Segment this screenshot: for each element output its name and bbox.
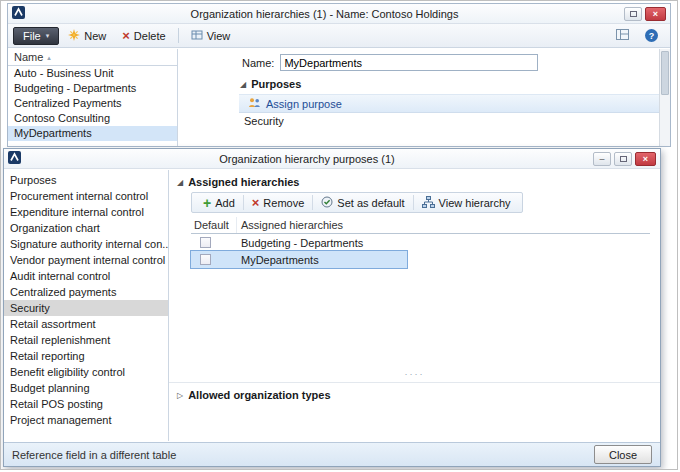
- view-hierarchy-label: View hierarchy: [439, 197, 511, 209]
- back-window-body: Name ▴ Auto - Business Unit Budgeting - …: [8, 49, 670, 146]
- collapsed-icon: ▷: [177, 391, 183, 400]
- new-label: New: [84, 30, 106, 42]
- sidebar-item-selected[interactable]: Security: [4, 300, 168, 316]
- set-as-default-button[interactable]: Set as default: [313, 193, 412, 212]
- table-row-selected[interactable]: MyDepartments: [191, 251, 407, 268]
- sidebar-item[interactable]: Benefit eligibility control: [4, 364, 168, 380]
- sidebar-item[interactable]: Purposes: [4, 172, 168, 188]
- delete-label: Delete: [134, 30, 166, 42]
- hierarchy-list-panel: Name ▴ Auto - Business Unit Budgeting - …: [8, 49, 178, 146]
- view-hierarchy-button[interactable]: View hierarchy: [414, 193, 519, 212]
- delete-button[interactable]: × Delete: [115, 27, 172, 45]
- name-column-label: Name: [14, 49, 43, 66]
- scrollbar-thumb[interactable]: [661, 51, 669, 95]
- sidebar-item[interactable]: Retail reporting: [4, 348, 168, 364]
- hierarchy-detail-panel: Name: ◢ Purposes Assign purpose Security: [178, 49, 670, 146]
- grid-toolbar: + Add × Remove Set: [191, 192, 523, 213]
- screenshot-canvas: Organization hierarchies (1) - Name: Con…: [0, 0, 678, 470]
- default-column-header[interactable]: Default: [191, 217, 237, 233]
- list-item[interactable]: Budgeting - Departments: [8, 81, 177, 96]
- list-item[interactable]: Auto - Business Unit: [8, 66, 177, 81]
- default-checkbox[interactable]: [200, 237, 211, 248]
- purposes-section-header[interactable]: ◢ Purposes: [240, 78, 670, 90]
- close-icon: ×: [643, 154, 648, 164]
- grid-column-headers: Default Assigned hierarchies: [191, 217, 650, 234]
- list-item[interactable]: Contoso Consulting: [8, 111, 177, 126]
- list-item-selected[interactable]: MyDepartments: [8, 126, 177, 141]
- set-default-icon: [321, 196, 333, 210]
- file-label: File: [23, 30, 41, 42]
- sidebar-item[interactable]: Centralized payments: [4, 284, 168, 300]
- layout-grid-icon: [616, 29, 629, 42]
- hierarchy-name-cell[interactable]: MyDepartments: [237, 254, 407, 266]
- chevron-down-icon: ▾: [46, 32, 50, 40]
- default-checkbox[interactable]: [200, 254, 211, 265]
- minimize-button[interactable]: –: [593, 152, 611, 166]
- close-icon: ×: [653, 9, 658, 19]
- sidebar-item[interactable]: Retail replenishment: [4, 332, 168, 348]
- sidebar-item[interactable]: Retail assortment: [4, 316, 168, 332]
- list-column-header[interactable]: Name ▴: [8, 49, 177, 66]
- expanded-icon: ◢: [240, 80, 246, 89]
- new-button[interactable]: New: [61, 27, 113, 45]
- sort-ascending-icon: ▴: [47, 49, 51, 66]
- front-window-body: Purposes Procurement internal control Ex…: [4, 170, 660, 441]
- allowed-organization-types-section-header[interactable]: ▷ Allowed organization types: [169, 382, 660, 401]
- set-default-label: Set as default: [337, 197, 404, 209]
- name-input[interactable]: [280, 54, 538, 71]
- delete-icon: ×: [122, 29, 130, 42]
- add-label: Add: [215, 197, 235, 209]
- toolbar-separator: [178, 28, 179, 43]
- minimize-icon: –: [599, 154, 604, 164]
- assigned-hierarchies-section-header[interactable]: ◢ Assigned hierarchies: [169, 170, 660, 192]
- sidebar-item[interactable]: Project management: [4, 412, 168, 428]
- status-text: Reference field in a different table: [12, 449, 176, 461]
- assign-purpose-icon: [248, 97, 261, 111]
- app-icon: [12, 6, 25, 21]
- sidebar-item[interactable]: Procurement internal control: [4, 188, 168, 204]
- add-icon: +: [203, 196, 211, 210]
- layout-button[interactable]: [609, 27, 636, 45]
- file-menu-button[interactable]: File ▾: [13, 27, 59, 45]
- purpose-grid-row[interactable]: Security: [239, 113, 670, 129]
- maximize-button[interactable]: [614, 152, 632, 166]
- restore-button[interactable]: [624, 7, 642, 21]
- view-button[interactable]: View: [184, 27, 238, 45]
- help-button[interactable]: ?: [638, 27, 665, 45]
- name-field-label: Name:: [242, 57, 274, 69]
- close-window-button[interactable]: ×: [645, 7, 666, 21]
- help-icon: ?: [645, 29, 658, 42]
- add-button[interactable]: + Add: [195, 193, 243, 212]
- hierarchy-name-cell[interactable]: Budgeting - Departments: [237, 237, 407, 249]
- sidebar-item[interactable]: Audit internal control: [4, 268, 168, 284]
- remove-button[interactable]: × Remove: [244, 193, 313, 212]
- sidebar-item[interactable]: Expenditure internal control: [4, 204, 168, 220]
- vertical-scrollbar[interactable]: [659, 49, 670, 146]
- sidebar-item[interactable]: Retail POS posting: [4, 396, 168, 412]
- purposes-sidebar: Purposes Procurement internal control Ex…: [4, 170, 169, 441]
- expanded-icon: ◢: [177, 178, 183, 187]
- section-splitter-handle[interactable]: ····: [169, 370, 660, 378]
- front-titlebar: Organization hierarchy purposes (1) – ×: [4, 149, 660, 169]
- close-button[interactable]: Close: [594, 445, 652, 464]
- sidebar-item[interactable]: Budget planning: [4, 380, 168, 396]
- sidebar-item[interactable]: Signature authority internal con...: [4, 236, 168, 252]
- back-titlebar: Organization hierarchies (1) - Name: Con…: [8, 4, 670, 24]
- purposes-header-label: Purposes: [251, 78, 301, 90]
- hierarchy-icon: [422, 196, 435, 210]
- status-bar: Reference field in a different table Clo…: [4, 442, 660, 466]
- back-toolbar: File ▾ New × Delete View: [8, 24, 670, 48]
- list-item[interactable]: Centralized Payments: [8, 96, 177, 111]
- assigned-hierarchies-column-header[interactable]: Assigned hierarchies: [237, 217, 407, 233]
- sidebar-item[interactable]: Vendor payment internal control: [4, 252, 168, 268]
- maximize-icon: [620, 156, 627, 162]
- remove-label: Remove: [263, 197, 304, 209]
- table-row[interactable]: Budgeting - Departments: [191, 234, 407, 251]
- view-label: View: [207, 30, 231, 42]
- assign-purpose-button[interactable]: Assign purpose: [266, 98, 342, 110]
- sidebar-item[interactable]: Organization chart: [4, 220, 168, 236]
- front-window-title: Organization hierarchy purposes (1): [24, 153, 590, 165]
- close-dialog-button[interactable]: ×: [635, 152, 656, 166]
- new-star-icon: [68, 29, 80, 43]
- organization-hierarchy-purposes-window: Organization hierarchy purposes (1) – × …: [3, 148, 661, 467]
